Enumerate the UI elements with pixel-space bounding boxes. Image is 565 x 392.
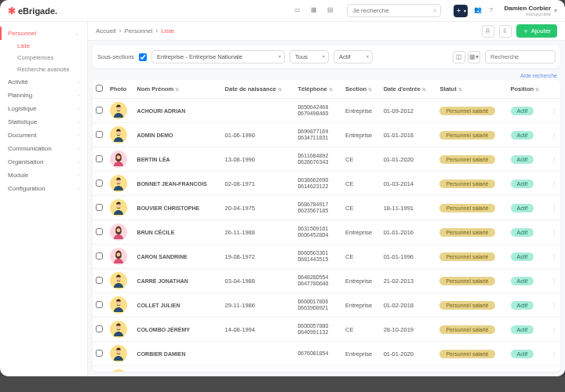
cell-position: Actif — [508, 196, 548, 220]
row-checkbox[interactable] — [96, 350, 103, 357]
row-actions-icon[interactable]: ⋮ — [548, 269, 560, 293]
sidebar-item-logistique[interactable]: Logistique› — [0, 102, 87, 115]
help-icon[interactable]: ? — [489, 6, 498, 15]
sidebar-sub-liste[interactable]: Liste — [0, 40, 87, 52]
cell-name — [134, 366, 222, 372]
cell-name: CARRé JONATHAN — [134, 269, 222, 293]
view-card-button[interactable]: ◫ — [453, 51, 465, 64]
row-actions-icon[interactable]: ⋮ — [548, 293, 560, 318]
row-checkbox[interactable] — [96, 228, 103, 235]
cell-section: Entreprise — [342, 269, 381, 293]
search-icon[interactable]: ⌕ — [433, 6, 437, 13]
chevron-right-icon: › — [78, 159, 79, 165]
filter-section-select[interactable]: Entreprise - Entreprise Nationale — [151, 50, 285, 64]
global-search-input[interactable] — [347, 4, 441, 17]
table-row[interactable]: BOUVIER CHRISTOPHE20-04-1975068678491706… — [93, 196, 560, 220]
users-icon[interactable]: 👥 — [474, 6, 483, 15]
cell-phone: 06386626900614623122 — [294, 172, 342, 196]
table-row[interactable]: COLLET JULIEN29-11-198606600178060663908… — [93, 293, 560, 318]
table-row[interactable]: COLOMBO JéRéMY14-08-19940600057880064099… — [93, 318, 560, 342]
filter-bar: Sous-sections Entreprise - Entreprise Na… — [93, 45, 560, 68]
filter-subsections-checkbox[interactable] — [139, 53, 147, 61]
calendar-week-icon[interactable]: ▦ — [311, 6, 319, 15]
sidebar-item-personnel[interactable]: Personnel⌄ — [0, 27, 87, 40]
table-row[interactable]: CARON SANDRINE19-08-19720660563301068144… — [93, 245, 560, 269]
row-checkbox[interactable] — [96, 155, 103, 162]
avatar — [110, 175, 127, 192]
row-checkbox[interactable] — [96, 131, 103, 138]
col-dob[interactable]: Date de naissance⇅ — [222, 80, 295, 99]
table-row[interactable]: CARRé JONATHAN03-04-19880648280554064778… — [93, 269, 560, 293]
row-actions-icon[interactable]: ⋮ — [548, 318, 560, 342]
chevron-right-icon: › — [78, 172, 79, 178]
sidebar-sub-competences[interactable]: Compétences — [0, 52, 87, 64]
sidebar-item-document[interactable]: Document› — [0, 129, 87, 142]
col-photo[interactable]: Photo — [107, 80, 134, 99]
row-actions-icon[interactable]: ⋮ — [548, 147, 560, 172]
cell-phone: 06600178060663908921 — [294, 293, 342, 318]
row-actions-icon[interactable]: ⋮ — [548, 123, 560, 147]
row-checkbox[interactable] — [96, 107, 103, 114]
filter-type-select[interactable]: Tous — [290, 50, 329, 64]
row-actions-icon[interactable]: ⋮ — [548, 172, 560, 196]
table-row[interactable]: BERTIN LéA13-08-199006116848920628676343… — [93, 147, 560, 172]
quick-add-button[interactable]: ＋ — [454, 5, 468, 17]
row-actions-icon[interactable]: ⋮ — [548, 245, 560, 269]
sidebar-item-module[interactable]: Module› — [0, 169, 87, 182]
sidebar-sub-recherche[interactable]: Recherche avancée — [0, 64, 87, 75]
row-checkbox[interactable] — [96, 301, 103, 308]
table-row[interactable]: CORBIER DAMIEN0676081854Entreprise01-01-… — [93, 342, 560, 366]
sidebar-item-statistique[interactable]: Statistique› — [0, 115, 87, 129]
crumb-home[interactable]: Accueil — [96, 27, 116, 34]
row-actions-icon[interactable]: ⋮ — [548, 342, 560, 366]
crumb-current: Liste — [161, 27, 174, 34]
cell-position: Actif — [508, 123, 548, 147]
sidebar-item-planning[interactable]: Planning› — [0, 89, 87, 102]
table-row[interactable]: ADMIN DEMO01-06-199006998771690634711831… — [93, 123, 560, 147]
col-status[interactable]: Statut⇅ — [436, 80, 507, 99]
calendar-day-icon[interactable]: ▭ — [294, 6, 303, 15]
row-actions-icon[interactable]: ⋮ — [548, 366, 560, 372]
sidebar-item-configuration[interactable]: Configuration› — [0, 182, 87, 195]
calendar-month-icon[interactable]: ▤ — [327, 6, 336, 15]
row-checkbox[interactable] — [96, 325, 103, 332]
row-actions-icon[interactable]: ⋮ — [548, 99, 560, 123]
print-button[interactable]: ⎙ — [482, 25, 494, 38]
search-help-link[interactable]: Aide recherche — [88, 73, 565, 80]
row-checkbox[interactable] — [96, 180, 103, 187]
crumb-personnel[interactable]: Personnel — [124, 27, 152, 34]
cell-status: Personnel salarié — [436, 172, 507, 196]
cell-position: Actif — [508, 245, 548, 269]
add-button[interactable]: ＋Ajouter — [516, 24, 557, 38]
col-phone[interactable]: Téléphone⇅ — [294, 80, 342, 99]
cell-position: Actif — [508, 293, 548, 318]
row-checkbox[interactable] — [96, 277, 103, 284]
cell-phone: 06000578800640991132 — [294, 318, 342, 342]
user-menu[interactable]: Damien Corbier Indisponible ▾ — [504, 5, 557, 16]
view-grid-button[interactable]: ▦▾ — [468, 51, 480, 64]
table-row[interactable]: ACHOURI ADRIAN06506424680679498460Entrep… — [93, 99, 560, 123]
cell-entry — [381, 366, 437, 372]
app-window: ✱ eBrigade. ▭ ▦ ▤ ⌕ ＋ 👥 ? Damien Corbier… — [0, 0, 565, 376]
sidebar-item-activite[interactable]: Activité› — [0, 75, 87, 89]
sidebar-item-organisation[interactable]: Organisation› — [0, 155, 87, 169]
col-section[interactable]: Section⇅ — [342, 80, 381, 99]
filter-status-select[interactable]: Actif — [334, 50, 373, 64]
col-position[interactable]: Position⇅ — [508, 80, 548, 99]
table-row[interactable]: BRUN CéCILE26-11-19880631509101060645280… — [93, 220, 560, 245]
export-button[interactable]: ⇩ — [499, 25, 512, 38]
table-row[interactable]: BONNET JEAN-FRANCOIS02-08-19710638662690… — [93, 172, 560, 196]
table-search-input[interactable] — [485, 50, 556, 64]
sort-icon: ⇅ — [278, 87, 282, 92]
select-all-checkbox[interactable] — [96, 85, 103, 92]
sidebar-item-communication[interactable]: Communication› — [0, 142, 87, 155]
row-actions-icon[interactable]: ⋮ — [548, 196, 560, 220]
row-actions-icon[interactable]: ⋮ — [548, 220, 560, 245]
row-checkbox[interactable] — [96, 252, 103, 260]
col-name[interactable]: Nom Prénom⇅ — [134, 80, 222, 99]
col-entry[interactable]: Date d'entrée⇅ — [381, 80, 437, 99]
row-checkbox[interactable] — [96, 204, 103, 211]
view-toggle: ◫ ▦▾ — [453, 51, 480, 64]
brand-logo[interactable]: ✱ eBrigade. — [8, 5, 57, 16]
table-row[interactable]: 0639308205⋮ — [93, 366, 560, 372]
